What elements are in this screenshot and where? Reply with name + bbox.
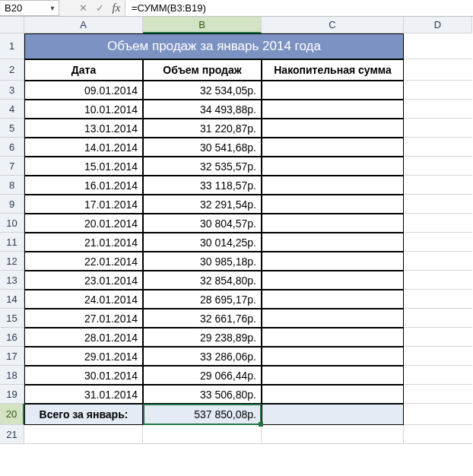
row-head-19[interactable]: 19: [0, 385, 24, 404]
cell-D20[interactable]: [404, 404, 472, 425]
table-row[interactable]: 20.01.2014: [24, 214, 143, 233]
fill-handle[interactable]: [259, 422, 263, 427]
cell-D9[interactable]: [404, 195, 472, 214]
table-row[interactable]: 17.01.2014: [24, 195, 143, 214]
table-row[interactable]: 28 695,17р.: [143, 290, 262, 309]
table-row[interactable]: 30 541,68р.: [143, 138, 262, 157]
cell-D10[interactable]: [404, 214, 472, 233]
enter-icon[interactable]: ✓: [91, 0, 108, 16]
th-date[interactable]: Дата: [24, 59, 143, 81]
name-box[interactable]: B20 ▼: [0, 0, 59, 16]
table-row[interactable]: [262, 214, 404, 233]
table-row[interactable]: 34 493,88р.: [143, 100, 262, 119]
row-head-16[interactable]: 16: [0, 328, 24, 347]
col-head-A[interactable]: A: [24, 17, 143, 33]
cell-D19[interactable]: [404, 385, 472, 404]
table-row[interactable]: 27.01.2014: [24, 309, 143, 328]
table-row[interactable]: 32 291,54р.: [143, 195, 262, 214]
table-row[interactable]: 32 854,80р.: [143, 271, 262, 290]
row-head-1[interactable]: 1: [0, 33, 24, 59]
table-row[interactable]: 30 804,57р.: [143, 214, 262, 233]
cell-D12[interactable]: [404, 252, 472, 271]
total-label[interactable]: Всего за январь:: [24, 404, 143, 425]
name-box-dropdown-icon[interactable]: ▼: [48, 4, 57, 13]
row-head-20[interactable]: 20: [0, 404, 24, 425]
table-row[interactable]: 31.01.2014: [24, 385, 143, 404]
row-head-6[interactable]: 6: [0, 138, 24, 157]
cell-D11[interactable]: [404, 233, 472, 252]
row-head-8[interactable]: 8: [0, 176, 24, 195]
row-head-2[interactable]: 2: [0, 59, 24, 81]
total-amount[interactable]: 537 850,08р.: [143, 404, 262, 425]
table-row[interactable]: 21.01.2014: [24, 233, 143, 252]
cell-D7[interactable]: [404, 157, 472, 176]
table-row[interactable]: [262, 119, 404, 138]
table-row[interactable]: 32 534,05р.: [143, 81, 262, 100]
table-row[interactable]: 30.01.2014: [24, 366, 143, 385]
table-row[interactable]: [262, 157, 404, 176]
th-amount[interactable]: Объем продаж: [143, 59, 262, 81]
table-row[interactable]: 33 118,57р.: [143, 176, 262, 195]
row-head-17[interactable]: 17: [0, 347, 24, 366]
row-head-15[interactable]: 15: [0, 309, 24, 328]
col-head-D[interactable]: D: [404, 17, 472, 33]
cell-D18[interactable]: [404, 366, 472, 385]
row-head-11[interactable]: 11: [0, 233, 24, 252]
table-row[interactable]: 29 066,44р.: [143, 366, 262, 385]
cell-D14[interactable]: [404, 290, 472, 309]
table-row[interactable]: 29 238,89р.: [143, 328, 262, 347]
cell-D17[interactable]: [404, 347, 472, 366]
table-row[interactable]: 32 661,76р.: [143, 309, 262, 328]
row-head-5[interactable]: 5: [0, 119, 24, 138]
table-row[interactable]: 33 506,80р.: [143, 385, 262, 404]
cell-D8[interactable]: [404, 176, 472, 195]
cell-D4[interactable]: [404, 100, 472, 119]
table-row[interactable]: [262, 290, 404, 309]
table-row[interactable]: 28.01.2014: [24, 328, 143, 347]
table-row[interactable]: 33 286,06р.: [143, 347, 262, 366]
table-row[interactable]: 10.01.2014: [24, 100, 143, 119]
table-row[interactable]: [262, 81, 404, 100]
cell-D21[interactable]: [404, 425, 472, 444]
cell-D2[interactable]: [404, 59, 472, 81]
row-head-14[interactable]: 14: [0, 290, 24, 309]
table-row[interactable]: 30 014,25р.: [143, 233, 262, 252]
table-row[interactable]: 29.01.2014: [24, 347, 143, 366]
cell-A21[interactable]: [24, 425, 143, 444]
col-head-B[interactable]: B: [143, 17, 262, 33]
cell-D1[interactable]: [404, 33, 472, 59]
table-row[interactable]: 32 535,57р.: [143, 157, 262, 176]
table-row[interactable]: 13.01.2014: [24, 119, 143, 138]
cell-D16[interactable]: [404, 328, 472, 347]
table-row[interactable]: 30 985,18р.: [143, 252, 262, 271]
select-all-corner[interactable]: [0, 17, 24, 33]
cell-D13[interactable]: [404, 271, 472, 290]
table-row[interactable]: [262, 252, 404, 271]
table-row[interactable]: [262, 271, 404, 290]
row-head-18[interactable]: 18: [0, 366, 24, 385]
table-row[interactable]: [262, 100, 404, 119]
fx-icon[interactable]: fx: [108, 0, 125, 16]
table-row[interactable]: [262, 328, 404, 347]
row-head-13[interactable]: 13: [0, 271, 24, 290]
cell-D5[interactable]: [404, 119, 472, 138]
table-row[interactable]: [262, 385, 404, 404]
table-row[interactable]: 16.01.2014: [24, 176, 143, 195]
formula-input[interactable]: =СУММ(B3:B19): [125, 0, 473, 16]
row-head-10[interactable]: 10: [0, 214, 24, 233]
table-row[interactable]: 14.01.2014: [24, 138, 143, 157]
table-row[interactable]: [262, 347, 404, 366]
row-head-7[interactable]: 7: [0, 157, 24, 176]
table-row[interactable]: 15.01.2014: [24, 157, 143, 176]
row-head-9[interactable]: 9: [0, 195, 24, 214]
table-row[interactable]: [262, 176, 404, 195]
total-cumulative[interactable]: [262, 404, 404, 425]
cancel-icon[interactable]: ✕: [75, 0, 91, 16]
table-row[interactable]: [262, 195, 404, 214]
row-head-12[interactable]: 12: [0, 252, 24, 271]
row-head-3[interactable]: 3: [0, 81, 24, 100]
table-row[interactable]: [262, 366, 404, 385]
cell-B21[interactable]: [143, 425, 262, 444]
table-row[interactable]: [262, 309, 404, 328]
row-head-4[interactable]: 4: [0, 100, 24, 119]
